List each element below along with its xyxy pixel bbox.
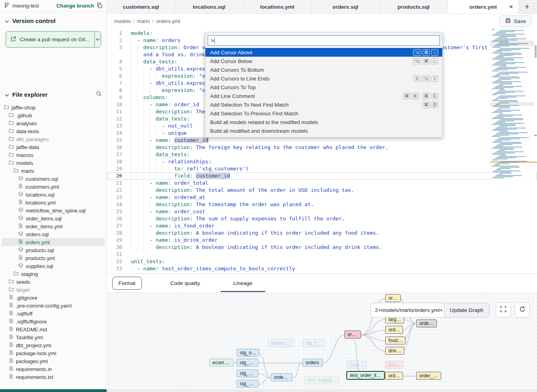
bottom-tab-Code quality[interactable]: Code quality (154, 274, 217, 292)
lineage-node-ecom-source[interactable]: ecom.… (209, 359, 233, 367)
tree-item-orders.sql[interactable]: orders.sql (2, 230, 105, 238)
lineage-node-test-order-items[interactable]: test_order_it… (346, 371, 385, 380)
tree-item-.pre-commit-config.yaml[interactable]: .pre-commit-config.yaml (2, 302, 105, 310)
palette-item[interactable]: Add Cursor Above⌥⌘↑ (205, 48, 442, 57)
fullscreen-button[interactable] (496, 302, 511, 317)
save-button[interactable]: Save (500, 15, 531, 27)
palette-item[interactable]: Build all models related to the modified… (205, 118, 442, 126)
tree-item-requirements.in[interactable]: requirements.in (2, 365, 105, 373)
tree-item-.sqlfluff[interactable]: .sqlfluff (2, 310, 105, 317)
tree-item-packages.yml[interactable]: packages.yml (2, 357, 105, 365)
line-number: 30 (107, 244, 122, 251)
tree-item-staging[interactable]: staging (2, 270, 105, 278)
lineage-node-stg-2[interactable]: stg_… (237, 369, 258, 377)
palette-item[interactable]: Add Cursors To Top (205, 83, 442, 92)
tree-item-package-lock.yml[interactable]: package-lock.yml (2, 349, 105, 357)
tree-item-.github[interactable]: .github (2, 111, 105, 119)
change-branch-link[interactable]: Change branch (56, 3, 94, 9)
tree-item-jaffle-data[interactable]: jaffle-data (2, 143, 105, 151)
tree-item-Taskfile.yml[interactable]: Taskfile.yml (2, 333, 105, 341)
tree-item-products.sql[interactable]: products.sql (2, 246, 105, 254)
copy-icon[interactable] (97, 2, 103, 10)
lineage-node-ecom-raw-ghost[interactable]: ecom.r… (268, 339, 294, 347)
tab-locations.yml[interactable]: locations.yml (243, 0, 311, 13)
lineage-node-drink-order[interactable]: drin… (385, 347, 404, 355)
lineage-node-ord-1[interactable]: ord… (385, 326, 403, 334)
file-explorer-header[interactable]: File explorer (0, 86, 107, 102)
code-editor[interactable]: 1models:2 - name: orders3 description: O… (107, 29, 537, 273)
lineage-node-or-top[interactable]: or… (385, 294, 401, 302)
version-control-section: Version control Create a pull request on… (0, 12, 107, 86)
tree-item-metricflow_time_spine.sql[interactable]: metricflow_time_spine.sql (2, 207, 105, 214)
editor-scrollbar[interactable] (534, 29, 537, 273)
tree-item-orders.yml[interactable]: orders.yml (2, 238, 105, 246)
tree-item-customers.yml[interactable]: customers.yml (2, 183, 105, 191)
tree-item-order_items.sql[interactable]: order_items.sql (2, 214, 105, 222)
tree-item-dbt_packages[interactable]: dbt_packages (2, 135, 105, 143)
create-pr-button[interactable]: Create a pull request on Git... (6, 32, 94, 47)
lineage-node-stg-orders[interactable]: stg_o… (237, 349, 259, 357)
palette-item[interactable]: Add Line Comment⌘K⌘C (205, 92, 442, 100)
lineage-node-orders-gray[interactable]: orde… (416, 319, 437, 327)
create-pr-dropdown-button[interactable] (94, 32, 101, 47)
tab-orders.sql[interactable]: orders.sql (311, 0, 380, 13)
scrollbar-thumb[interactable] (535, 45, 537, 58)
lineage-node-cus-ghost[interactable]: cus… (385, 361, 403, 369)
breadcrumb-part[interactable]: orders.yml (156, 18, 180, 24)
tree-item-products.yml[interactable]: products.yml (2, 254, 105, 262)
tree-item-jaffle-shop[interactable]: jaffle-shop (2, 103, 105, 111)
command-palette-input[interactable]: > (208, 35, 440, 46)
update-graph-button[interactable]: Update Graph (444, 303, 489, 317)
tree-item-target[interactable]: target (2, 286, 105, 294)
tree-item-.gitignore[interactable]: .gitignore (2, 294, 105, 302)
keybinding-key: ⇧ (413, 75, 420, 82)
lineage-node-orders[interactable]: orders (302, 359, 323, 367)
lineage-selector-input[interactable]: 2+models/marts/orders.yml+ (371, 303, 444, 317)
tree-item-order_items.yml[interactable]: order_items.yml (2, 222, 105, 230)
palette-item[interactable]: Add Selection To Next Find Match⌘D (205, 100, 442, 109)
lineage-node-cust-ghost[interactable]: cust… (347, 361, 367, 369)
palette-item[interactable]: Build all modified and downstream models (205, 126, 442, 135)
tree-item-locations.yml[interactable]: locations.yml (2, 199, 105, 207)
close-icon[interactable]: × (509, 4, 513, 10)
lineage-node-stg-3[interactable]: stg_… (237, 380, 258, 388)
tree-item-.sqlfluffignore[interactable]: .sqlfluffignore (2, 317, 105, 325)
tree-item-README.md[interactable]: README.md (2, 325, 105, 333)
lineage-node-stg-c-ghost[interactable]: stg_c… (302, 339, 325, 347)
lineage-node-orders-test[interactable]: or… (344, 331, 361, 338)
palette-item[interactable]: Add Cursors to Line Ends⇧⌥I (205, 74, 442, 83)
tab-products.sql[interactable]: products.sql (380, 0, 448, 13)
lineage-node-food-order[interactable]: food… (385, 337, 405, 344)
lineage-node-ord-2[interactable]: ord… (385, 372, 403, 380)
tree-item-supplies.sql[interactable]: supplies.sql (2, 262, 105, 270)
search-icon[interactable] (96, 91, 102, 98)
tree-item-requirements.txt[interactable]: requirements.txt (2, 373, 105, 381)
version-control-header[interactable]: Version control (0, 12, 107, 28)
breadcrumb-part[interactable]: marts (137, 18, 150, 24)
lineage-node-test-supply-ghost[interactable]: test_supply… (304, 376, 340, 384)
tab-orders.yml[interactable]: orders.yml× (448, 0, 518, 13)
new-tab-button[interactable]: + (518, 0, 536, 13)
tree-item-macros[interactable]: macros (2, 151, 105, 159)
minimap[interactable] (490, 29, 534, 184)
tab-customers.sql[interactable]: customers.sql (107, 0, 175, 13)
refresh-button[interactable] (515, 302, 530, 317)
palette-item[interactable]: Add Cursor Below⌥⌘↓ (205, 57, 442, 65)
tab-locations.sql[interactable]: locations.sql (175, 0, 243, 13)
tree-item-data-tests[interactable]: data-tests (2, 127, 105, 135)
lineage-node-stg-1[interactable]: stg_… (237, 359, 258, 367)
bottom-tab-Lineage[interactable]: Lineage (217, 274, 269, 292)
tree-item-locations.sql[interactable]: locations.sql (2, 191, 105, 199)
format-button[interactable]: Format (112, 277, 142, 290)
lineage-node-order-3[interactable]: order_… (416, 372, 441, 380)
tree-item-dbt_project.yml[interactable]: dbt_project.yml (2, 341, 105, 349)
tree-item-marts[interactable]: marts (2, 167, 105, 175)
lineage-node-order-items[interactable]: orde… (271, 373, 292, 381)
tree-item-customers.sql[interactable]: customers.sql (2, 175, 105, 183)
palette-item[interactable]: Add Selection To Previous Find Match (205, 109, 442, 118)
tree-item-models[interactable]: models (2, 159, 105, 167)
tree-item-analyses[interactable]: analyses (2, 119, 105, 127)
breadcrumb-part[interactable]: models (114, 18, 131, 24)
tree-item-seeds[interactable]: seeds (2, 278, 105, 286)
palette-item[interactable]: Add Cursors To Bottom (205, 65, 442, 74)
